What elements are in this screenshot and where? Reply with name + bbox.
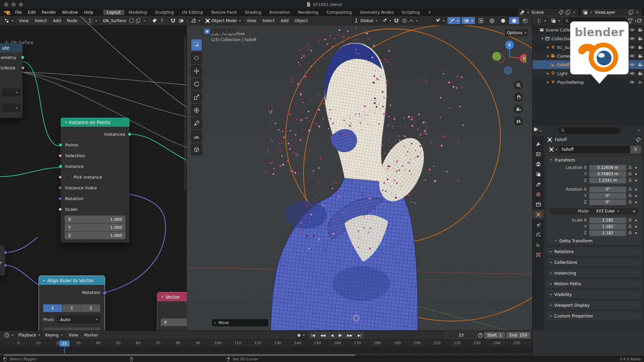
value-field[interactable]: 0°▾ xyxy=(589,193,626,199)
tool-scale-button[interactable] xyxy=(191,91,202,103)
animate-dot[interactable] xyxy=(634,167,638,169)
panel-header[interactable]: ▸Instancing:::: xyxy=(546,268,642,277)
value-field[interactable]: 1.182▾ xyxy=(589,218,626,223)
hide-viewport-icon[interactable] xyxy=(630,80,635,84)
geometry-socket[interactable] xyxy=(21,56,24,59)
workspace-tab[interactable]: Animation xyxy=(266,10,293,15)
navigation-gizmo[interactable]: Z X xyxy=(489,37,526,77)
workspace-tab[interactable]: Geometry Nodes xyxy=(356,10,397,15)
pin-id-icon[interactable] xyxy=(636,137,641,142)
shading-solid-button[interactable] xyxy=(498,17,508,24)
viewport-menu-item[interactable]: Select xyxy=(259,17,278,24)
shading-rendered-button[interactable] xyxy=(520,17,530,24)
lock-icon[interactable] xyxy=(626,224,634,229)
workspace-tab[interactable]: Layout xyxy=(103,10,124,15)
workspace-tab[interactable]: Compositing xyxy=(323,10,355,15)
shading-wireframe-button[interactable] xyxy=(487,17,497,24)
axis-button[interactable]: Y xyxy=(62,304,81,312)
animate-dot[interactable] xyxy=(634,189,638,190)
hide-viewport-icon[interactable] xyxy=(630,71,635,75)
proportional-dropdown[interactable]: ▾ xyxy=(400,17,420,24)
scale-value-field[interactable]: Z1.000 xyxy=(65,232,125,239)
new-viewlayer-icon[interactable] xyxy=(628,10,634,15)
pan-button[interactable] xyxy=(514,93,523,102)
disable-render-icon[interactable] xyxy=(638,45,643,50)
align-euler-node[interactable]: ▾Align Euler to Vector Rotation XYZ Pivo… xyxy=(39,276,105,330)
hide-viewport-icon[interactable] xyxy=(630,28,635,32)
hide-viewport-icon[interactable] xyxy=(630,45,635,49)
properties-tab[interactable] xyxy=(533,190,544,199)
lock-icon[interactable] xyxy=(626,218,634,223)
timeline-ruler[interactable]: 0102030405060708090100110120130140150160… xyxy=(0,340,532,347)
properties-tab[interactable] xyxy=(533,230,544,239)
timeline-menu-item[interactable]: View xyxy=(65,331,81,339)
capture-datatype-dropdown[interactable]: ▾ xyxy=(2,88,20,97)
expand-icon[interactable]: ▶ xyxy=(545,46,551,49)
capture-domain-dropdown[interactable]: ▾ xyxy=(2,104,20,112)
properties-tab[interactable] xyxy=(533,220,544,229)
animate-dot[interactable] xyxy=(634,195,638,197)
quick-toggle-button[interactable]: ▢ xyxy=(211,29,216,34)
tool-transform-button[interactable] xyxy=(191,104,202,116)
properties-options-icon[interactable]: ▾ xyxy=(638,129,642,132)
expand-icon[interactable]: ▶ xyxy=(545,72,551,75)
transport-button[interactable]: ▶ xyxy=(336,332,344,339)
unlink-scene-button[interactable]: × xyxy=(572,10,577,15)
value-field[interactable]: 0°▾ xyxy=(589,187,626,192)
zoom-button[interactable] xyxy=(514,80,523,89)
quick-toggle-button[interactable]: ▦ xyxy=(204,29,210,34)
tool-annotate-button[interactable] xyxy=(191,117,202,129)
properties-tab[interactable] xyxy=(533,170,544,179)
ortho-toggle-button[interactable] xyxy=(514,117,523,126)
hide-viewport-icon[interactable] xyxy=(630,63,635,67)
tool-select-button[interactable] xyxy=(191,39,202,51)
tool-rotate-button[interactable] xyxy=(191,78,202,90)
lock-icon[interactable] xyxy=(626,187,634,192)
properties-tab[interactable] xyxy=(533,180,544,189)
tool-move-button[interactable] xyxy=(191,65,202,77)
properties-tab[interactable] xyxy=(533,160,544,169)
vector-node-header[interactable]: ▾Vector xyxy=(157,292,187,301)
transport-button[interactable]: |◀ xyxy=(309,332,318,339)
panel-header[interactable]: ▸Collections:::: xyxy=(546,258,642,266)
panel-header[interactable]: ▸Motion Paths:::: xyxy=(546,279,642,288)
transport-button[interactable]: ◀◀ xyxy=(318,332,328,339)
scale-value-field[interactable]: X1.000 xyxy=(65,216,125,223)
instance-node-header[interactable]: ▾Instance on Points xyxy=(61,118,129,127)
capture-node-header[interactable]: ute xyxy=(0,43,22,52)
disable-render-icon[interactable] xyxy=(638,71,643,76)
animate-dot[interactable] xyxy=(634,220,638,221)
operator-panel[interactable]: ▸Move xyxy=(212,319,268,326)
transport-button[interactable]: ◀ xyxy=(328,332,336,339)
workspace-tab[interactable]: Scripting xyxy=(398,10,423,15)
properties-tab[interactable] xyxy=(533,250,544,259)
pick-instance-checkbox[interactable] xyxy=(65,174,71,180)
overlays-dropdown[interactable]: ▾ xyxy=(462,17,475,24)
camera-view-button[interactable] xyxy=(514,105,523,114)
viewport-menu-item[interactable]: Add xyxy=(278,17,291,24)
pin-icon[interactable] xyxy=(558,10,564,15)
expand-icon[interactable]: ▶ xyxy=(545,80,551,84)
users-count-badge[interactable]: 5 xyxy=(630,145,641,154)
animate-dot[interactable] xyxy=(634,180,638,181)
disable-render-icon[interactable] xyxy=(638,28,643,32)
disable-render-icon[interactable] xyxy=(638,37,643,41)
viewlayer-selector[interactable]: ▾ ViewLayer × xyxy=(581,9,641,16)
hide-viewport-icon[interactable] xyxy=(630,54,635,58)
gizmos-dropdown[interactable]: ▾ xyxy=(447,17,461,24)
editor-type-button[interactable]: ▾ xyxy=(189,17,202,24)
tool-addcube-button[interactable] xyxy=(191,143,202,156)
timeline-editor-type[interactable]: ▾ xyxy=(2,332,15,339)
tool-cursor-button[interactable] xyxy=(191,52,202,64)
quick-toggle-button[interactable]: ▢ xyxy=(223,29,229,34)
vector-node[interactable]: ▾Vector X xyxy=(157,292,187,330)
outliner-filter-type[interactable]: ▾ xyxy=(549,17,562,24)
frame-start-field[interactable]: Start1 xyxy=(484,332,505,339)
node-editor-scrollbar[interactable] xyxy=(184,36,186,190)
properties-tab[interactable] xyxy=(533,139,544,148)
app-menu-item[interactable]: Window xyxy=(59,9,81,16)
xray-toggle[interactable] xyxy=(476,17,486,24)
expand-icon[interactable]: ▼ xyxy=(540,37,545,40)
keying-dropdown[interactable]: Keying▾ xyxy=(43,332,65,339)
scene-name[interactable]: Scene xyxy=(530,10,557,15)
